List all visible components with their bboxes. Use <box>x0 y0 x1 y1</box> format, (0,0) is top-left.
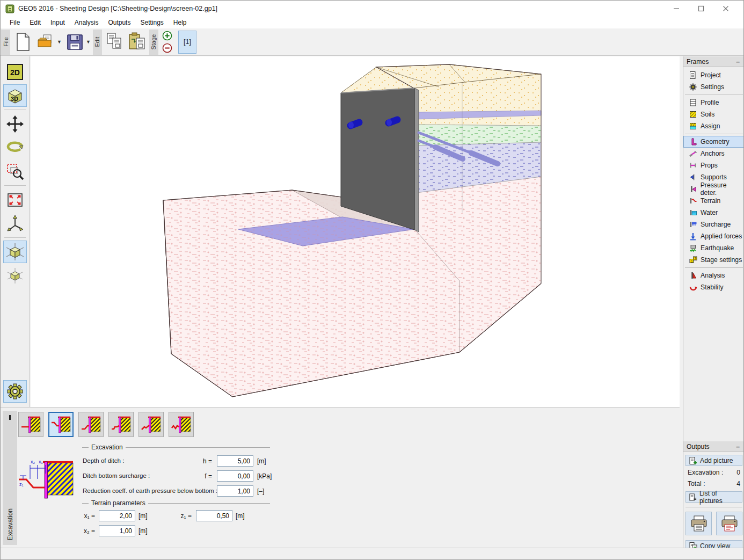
frame-item-pressure-deter[interactable]: Pressure deter. <box>683 183 744 195</box>
z1-input[interactable] <box>196 510 232 521</box>
save-dropdown[interactable]: ▼ <box>86 30 92 54</box>
toolbar-group-edit: Edit <box>93 30 102 55</box>
x1-input[interactable] <box>99 510 135 521</box>
menu-outputs[interactable]: Outputs <box>103 18 135 27</box>
terrain-shape-wavy[interactable] <box>169 412 194 437</box>
terrain-shape-flat-icon <box>20 414 42 435</box>
frame-item-earthquake[interactable]: Earthquake <box>683 242 744 254</box>
frame-item-applied-forces[interactable]: Applied forces <box>683 230 744 242</box>
terrain-shape-flat[interactable] <box>18 412 43 437</box>
frame-item-anchors[interactable]: Anchors <box>683 148 744 159</box>
terrain-shape-rise-step[interactable] <box>108 412 134 437</box>
reduction-coeff-input[interactable] <box>217 485 253 497</box>
copy-button[interactable] <box>104 30 126 54</box>
visualization-settings-button[interactable] <box>3 380 27 403</box>
frame-item-stability[interactable]: Stability <box>683 281 744 293</box>
terrain-shape-selector <box>18 412 194 437</box>
print-preview-button[interactable] <box>716 512 742 535</box>
toolbar-group-stage: Stage <box>149 30 158 55</box>
terrain-shape-step-down[interactable] <box>48 412 74 437</box>
add-stage-button[interactable] <box>162 31 172 41</box>
view-3d-button[interactable]: 3D <box>3 84 27 107</box>
frame-item-assign[interactable]: Assign <box>683 120 744 132</box>
toolbar-group-file: File <box>1 30 10 55</box>
panel-grip[interactable] <box>9 415 11 420</box>
close-button[interactable] <box>713 1 738 17</box>
frame-item-settings[interactable]: Settings <box>683 81 744 93</box>
svg-text:1: 1 <box>691 259 693 263</box>
svg-text:2: 2 <box>694 257 696 260</box>
menu-edit[interactable]: Edit <box>25 18 46 27</box>
excavation-tab[interactable]: Excavation <box>3 411 17 545</box>
open-dropdown[interactable]: ▼ <box>57 30 63 54</box>
new-file-button[interactable] <box>12 30 34 54</box>
surcharge-unit: [kPa] <box>257 472 272 480</box>
view-3d-icon: 3D <box>5 86 25 105</box>
frame-item-soils[interactable]: Soils <box>683 108 744 120</box>
view-cube-button[interactable] <box>3 264 27 287</box>
frames-minimize-icon[interactable]: – <box>734 58 741 66</box>
frame-item-project[interactable]: Project <box>683 69 744 81</box>
menu-analysis[interactable]: Analysis <box>70 18 104 27</box>
frames-separator <box>685 267 743 268</box>
toolbar-separator <box>4 185 26 186</box>
pan-icon <box>5 114 25 134</box>
frame-item-surcharge[interactable]: Surcharge <box>683 219 744 230</box>
add-picture-button[interactable]: Add picture <box>685 455 742 466</box>
list-of-pictures-button[interactable]: List of pictures <box>685 491 742 503</box>
maximize-button[interactable] <box>689 1 713 17</box>
outputs-minimize-icon[interactable]: – <box>734 443 741 450</box>
zoom-extents-button[interactable] <box>3 188 27 211</box>
terrain-shape-slope[interactable] <box>138 412 164 437</box>
gear-icon <box>689 83 697 91</box>
x2-input[interactable] <box>99 525 135 536</box>
group-excavation: Excavation <box>82 443 270 451</box>
menu-help[interactable]: Help <box>169 18 192 27</box>
zoom-window-button[interactable] <box>3 160 27 183</box>
minimize-button[interactable] <box>664 1 689 17</box>
save-file-button[interactable] <box>63 30 86 54</box>
axonometry-button[interactable] <box>3 212 27 235</box>
print-button[interactable] <box>685 512 712 535</box>
terrain-shape-rise-smooth[interactable] <box>78 412 104 437</box>
frame-item-terrain[interactable]: Terrain <box>683 195 744 207</box>
excavation-count: 0 <box>736 469 740 476</box>
view-2d-button[interactable]: 2D <box>3 61 27 83</box>
paste-button[interactable] <box>126 30 149 54</box>
menu-settings[interactable]: Settings <box>135 18 168 27</box>
frame-item-props[interactable]: Props <box>683 159 744 171</box>
frame-item-geometry[interactable]: Geometry <box>683 136 744 148</box>
open-file-button[interactable] <box>34 30 57 54</box>
view-direction-button[interactable] <box>3 241 27 263</box>
props-icon <box>689 161 697 170</box>
ditch-surcharge-input[interactable] <box>217 470 253 482</box>
menu-input[interactable]: Input <box>46 18 70 27</box>
menu-file[interactable]: File <box>5 18 25 27</box>
depth-of-ditch-input[interactable] <box>217 455 253 467</box>
scene-3d <box>31 56 680 407</box>
rotate-button[interactable] <box>3 136 27 159</box>
frame-item-analysis[interactable]: Analysis <box>683 270 744 281</box>
pan-button[interactable] <box>3 113 27 135</box>
earthquake-icon <box>689 244 697 252</box>
soils-icon <box>689 110 697 119</box>
depth-unit: [m] <box>257 457 266 465</box>
frame-item-profile[interactable]: Profile <box>683 97 744 108</box>
frame-item-stage-settings[interactable]: 12Stage settings <box>683 254 744 266</box>
frame-item-water[interactable]: Water <box>683 207 744 219</box>
view-2d-icon: 2D <box>5 62 25 82</box>
add-picture-icon <box>689 456 697 465</box>
copy-icon <box>105 32 125 52</box>
analysis-icon <box>689 271 697 280</box>
model-canvas[interactable] <box>31 56 680 407</box>
stability-icon <box>689 283 697 292</box>
assign-icon <box>689 122 697 130</box>
terrain-shape-wavy-icon <box>171 414 192 435</box>
stage-1-button[interactable]: [1] <box>178 31 196 54</box>
z1-symbol: z₁ = <box>179 512 192 520</box>
remove-stage-button[interactable] <box>162 43 172 53</box>
surcharge-icon <box>689 220 697 229</box>
zoom-window-icon <box>5 162 25 181</box>
z1-unit: [m] <box>236 512 245 520</box>
outputs-header: Outputs – <box>683 441 744 452</box>
